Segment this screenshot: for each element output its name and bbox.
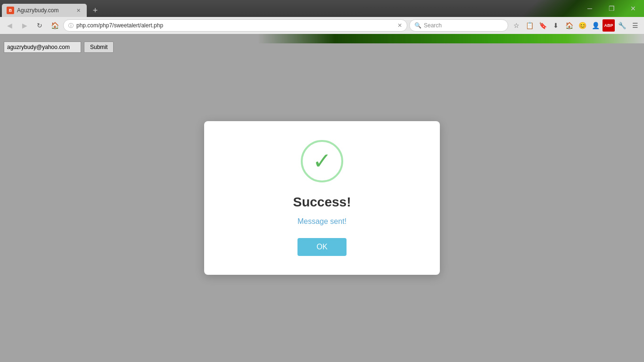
reload-button[interactable]: ↻ <box>33 19 46 32</box>
home-button[interactable]: 🏠 <box>48 19 61 32</box>
profile-icon[interactable]: 👤 <box>589 19 602 32</box>
menu-button[interactable]: ☰ <box>629 19 641 32</box>
tab-close-button[interactable]: ✕ <box>74 7 82 14</box>
checkmark-icon: ✓ <box>313 150 331 173</box>
lock-icon: ⓘ <box>68 22 74 29</box>
search-placeholder: Search <box>424 22 442 29</box>
close-window-button[interactable]: ✕ <box>622 0 644 17</box>
page-content: Submit ✓ Success! Message sent! OK <box>0 34 644 362</box>
extension-icon[interactable]: 🔧 <box>616 19 628 32</box>
ok-button[interactable]: OK <box>297 238 346 256</box>
adblock-plus-icon[interactable]: ABP <box>603 19 615 32</box>
tab-title: Aguzrybudy.com <box>17 7 72 14</box>
toolbar-icons: ☆ 📋 🔖 ⬇ 🏠 😊 👤 ABP 🔧 ☰ <box>510 19 641 32</box>
forward-button[interactable]: ▶ <box>18 19 31 32</box>
new-tab-button[interactable]: + <box>89 4 102 17</box>
url-text: php.com/php7/sweetalert/alert.php <box>76 22 395 29</box>
success-modal: ✓ Success! Message sent! OK <box>204 121 440 275</box>
search-bar[interactable]: 🔍 Search <box>409 19 508 32</box>
bookmark-icon[interactable]: ☆ <box>510 19 522 32</box>
minimize-button[interactable]: ─ <box>579 0 601 17</box>
back-button[interactable]: ◀ <box>3 19 16 32</box>
address-bar[interactable]: ⓘ php.com/php7/sweetalert/alert.php ✕ <box>63 19 407 32</box>
modal-overlay: ✓ Success! Message sent! OK <box>0 34 644 362</box>
emoji-icon[interactable]: 😊 <box>576 19 588 32</box>
home-icon[interactable]: 🏠 <box>563 19 575 32</box>
download-icon[interactable]: ⬇ <box>550 19 562 32</box>
refresh-icon[interactable]: ✕ <box>397 22 402 29</box>
modal-title: Success! <box>293 195 351 210</box>
success-icon-circle: ✓ <box>301 140 343 182</box>
modal-message: Message sent! <box>297 217 347 226</box>
active-tab[interactable]: B Aguzrybudy.com ✕ <box>2 4 87 17</box>
pocket-icon[interactable]: 🔖 <box>537 19 549 32</box>
maximize-button[interactable]: ❐ <box>601 0 622 17</box>
tab-favicon: B <box>7 7 14 14</box>
reader-view-icon[interactable]: 📋 <box>523 19 536 32</box>
navigation-bar: ◀ ▶ ↻ 🏠 ⓘ php.com/php7/sweetalert/alert.… <box>0 17 644 34</box>
search-icon: 🔍 <box>414 22 421 29</box>
